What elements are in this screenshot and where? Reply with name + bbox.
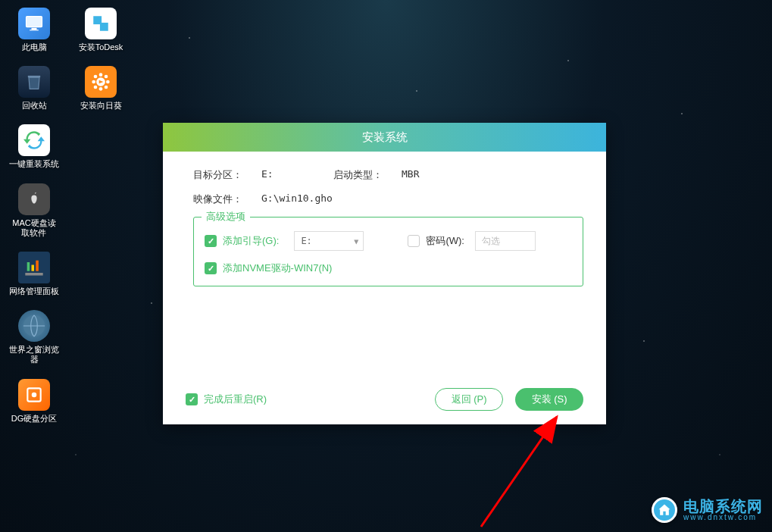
install-button[interactable]: 安装 (S) <box>515 388 583 411</box>
icon-label: MAC硬盘读取软件 <box>12 218 55 238</box>
boot-type-label: 启动类型： <box>333 168 402 182</box>
add-boot-label: 添加引导(G): <box>223 234 279 248</box>
network-icon <box>18 252 50 283</box>
target-partition-label: 目标分区： <box>193 168 261 182</box>
svg-rect-6 <box>36 261 39 271</box>
chevron-down-icon: ▼ <box>354 237 358 246</box>
desktop-icon-network-panel[interactable]: 网络管理面板 <box>8 252 61 296</box>
svg-rect-12 <box>100 23 108 31</box>
svg-point-16 <box>92 80 95 84</box>
trash-icon <box>18 66 50 98</box>
icon-label: 世界之窗浏览器 <box>9 345 59 365</box>
icon-label: 网络管理面板 <box>9 286 59 296</box>
password-checkbox[interactable] <box>408 235 420 247</box>
install-system-dialog: 安装系统 目标分区： E: 启动类型： MBR 映像文件： G:\win10.g… <box>163 123 606 424</box>
boot-drive-select[interactable]: E: ▼ <box>294 231 364 251</box>
svg-point-10 <box>32 392 37 397</box>
watermark: 电脑系统网 www.dnxtw.com <box>652 497 763 523</box>
advanced-legend: 高级选项 <box>202 210 250 224</box>
disk-icon <box>18 379 50 411</box>
svg-rect-7 <box>25 273 42 276</box>
monitor-icon <box>18 8 50 39</box>
svg-rect-0 <box>27 17 42 27</box>
desktop-icon-mac-reader[interactable]: MAC硬盘读取软件 <box>8 183 61 238</box>
dialog-title: 安装系统 <box>163 123 606 152</box>
desktop-icon-browser[interactable]: 世界之窗浏览器 <box>8 310 61 365</box>
reinstall-icon <box>18 124 50 156</box>
back-button[interactable]: 返回 (P) <box>435 388 503 411</box>
watermark-title: 电脑系统网 <box>683 499 763 514</box>
desktop-icon-sunflower[interactable]: 安装向日葵 <box>74 66 127 111</box>
add-boot-checkbox[interactable]: ✓ <box>205 235 217 247</box>
icon-label: 回收站 <box>22 101 47 111</box>
password-input[interactable]: 勾选 <box>475 231 536 251</box>
svg-rect-5 <box>32 264 35 271</box>
password-placeholder: 勾选 <box>482 235 500 248</box>
desktop-icon-recycle-bin[interactable]: 回收站 <box>8 66 61 111</box>
svg-rect-3 <box>28 76 40 77</box>
svg-point-21 <box>105 86 108 89</box>
select-value: E: <box>301 236 311 246</box>
nvme-label: 添加NVME驱动-WIN7(N) <box>223 261 332 275</box>
todesk-icon <box>85 8 117 39</box>
watermark-url: www.dnxtw.com <box>683 514 763 521</box>
target-partition-value: E: <box>261 168 273 182</box>
icon-label: 安装ToDesk <box>79 42 123 52</box>
sunflower-icon <box>85 66 117 98</box>
svg-point-18 <box>94 75 98 79</box>
desktop-icon-this-pc[interactable]: 此电脑 <box>8 8 61 52</box>
svg-point-19 <box>105 75 108 79</box>
svg-point-14 <box>99 74 103 77</box>
globe-icon <box>18 310 50 342</box>
annotation-arrow <box>458 409 595 530</box>
password-label: 密码(W): <box>426 234 464 248</box>
apple-icon <box>18 183 50 215</box>
icon-label: 安装向日葵 <box>80 101 122 111</box>
svg-point-15 <box>99 87 103 91</box>
restart-label: 完成后重启(R) <box>204 393 267 406</box>
icon-label: DG硬盘分区 <box>11 414 58 424</box>
desktop-icon-reinstall[interactable]: 一键重装系统 <box>8 124 61 169</box>
svg-point-20 <box>94 86 98 89</box>
nvme-checkbox[interactable]: ✓ <box>205 262 217 274</box>
dialog-body: 目标分区： E: 启动类型： MBR 映像文件： G:\win10.gho 高级… <box>163 152 606 300</box>
dialog-footer: ✓ 完成后重启(R) 返回 (P) 安装 (S) <box>186 388 583 411</box>
restart-checkbox[interactable]: ✓ <box>186 393 198 405</box>
image-file-label: 映像文件： <box>193 192 261 206</box>
icon-label: 一键重装系统 <box>9 159 59 169</box>
svg-point-17 <box>106 80 110 84</box>
boot-type-value: MBR <box>402 168 419 182</box>
svg-line-24 <box>481 417 557 527</box>
house-icon <box>652 497 677 523</box>
svg-rect-2 <box>30 30 39 30</box>
image-file-value: G:\win10.gho <box>261 192 333 206</box>
desktop: 此电脑 回收站 一键重装系统 MAC硬盘读取软件 <box>8 8 127 424</box>
advanced-options-fieldset: 高级选项 ✓ 添加引导(G): E: ▼ 密码(W): 勾选 ✓ 添加NVME驱… <box>193 217 583 286</box>
icon-label: 此电脑 <box>22 42 47 52</box>
desktop-icon-dg-partition[interactable]: DG硬盘分区 <box>8 379 61 424</box>
svg-rect-4 <box>27 262 30 271</box>
svg-rect-1 <box>32 28 37 30</box>
desktop-icon-todesk[interactable]: 安装ToDesk <box>74 8 127 52</box>
